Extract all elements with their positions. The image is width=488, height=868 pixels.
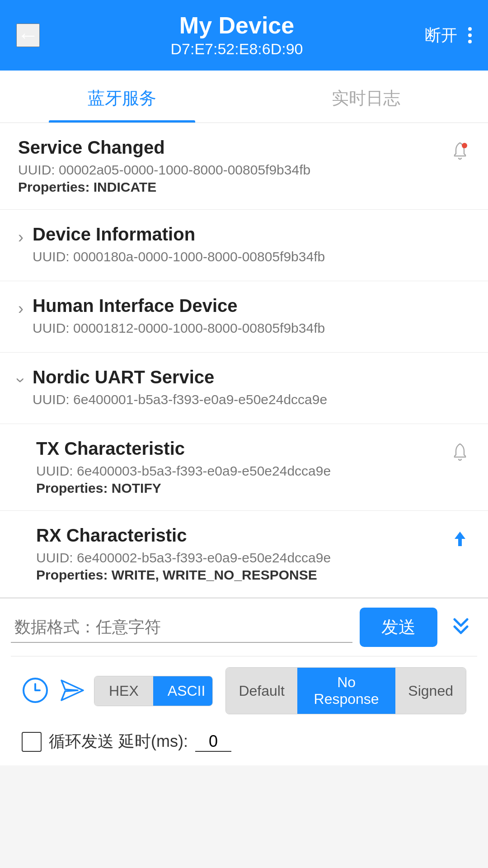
service-name: Human Interface Device — [33, 296, 470, 316]
service-content: RX Characteristic UUID: 6e400002-b5a3-f3… — [36, 525, 450, 583]
characteristic-name: TX Characteristic — [36, 439, 450, 459]
service-content: Device Information UUID: 0000180a-0000-1… — [33, 224, 470, 266]
expand-icon-nordic: › — [18, 371, 23, 390]
characteristic-properties: Properties: WRITE, WRITE_NO_RESPONSE — [36, 567, 450, 583]
characteristic-name: RX Characteristic — [36, 525, 450, 546]
service-content: Nordic UART Service UUID: 6e400001-b5a3-… — [33, 367, 470, 409]
response-toggle-group: Default No Response Signed — [225, 667, 466, 714]
device-mac-address: D7:E7:52:E8:6D:90 — [171, 40, 303, 58]
svg-marker-1 — [455, 532, 465, 546]
bottom-toolbar: HEX ASCII Default No Response Signed — [11, 656, 477, 722]
app-header: ← My Device D7:E7:52:E8:6D:90 断开 — [0, 0, 488, 71]
send-button[interactable]: 发送 — [360, 608, 437, 647]
tab-realtime-log[interactable]: 实时日志 — [244, 71, 488, 123]
characteristic-item-rx: RX Characteristic UUID: 6e400002-b5a3-f3… — [0, 511, 488, 598]
more-menu-button[interactable] — [468, 27, 472, 43]
response-signed-button[interactable]: Signed — [395, 668, 466, 714]
loop-delay-input[interactable] — [195, 732, 231, 752]
service-uuid: UUID: 00002a05-0000-1000-8000-00805f9b34… — [18, 162, 450, 178]
tab-bar: 蓝牙服务 实时日志 — [0, 71, 488, 123]
service-item-service-changed: Service Changed UUID: 00002a05-0000-1000… — [0, 123, 488, 210]
more-dot-3 — [468, 40, 472, 43]
expand-icon-device-info: › — [18, 228, 23, 247]
services-list: Service Changed UUID: 00002a05-0000-1000… — [0, 123, 488, 598]
characteristic-uuid: UUID: 6e400003-b5a3-f393-e0a9-e50e24dcca… — [36, 463, 450, 479]
upload-icon-rx[interactable] — [450, 529, 470, 551]
more-dot-2 — [468, 33, 472, 37]
service-content: Service Changed UUID: 00002a05-0000-1000… — [18, 137, 450, 195]
format-hex-button[interactable]: HEX — [94, 676, 153, 706]
format-ascii-button[interactable]: ASCII — [153, 676, 213, 706]
data-input[interactable] — [11, 612, 352, 643]
service-content: Human Interface Device UUID: 00001812-00… — [33, 296, 470, 338]
service-name: Service Changed — [18, 137, 450, 158]
service-name: Nordic UART Service — [33, 367, 470, 387]
loop-label: 循环发送 延时(ms): — [49, 731, 188, 753]
tab-bluetooth-services[interactable]: 蓝牙服务 — [0, 71, 244, 123]
more-dot-1 — [468, 27, 472, 31]
history-button[interactable] — [22, 677, 49, 705]
bell-icon-service-changed[interactable] — [450, 141, 470, 163]
expand-more-button[interactable] — [445, 610, 477, 644]
service-uuid: UUID: 6e400001-b5a3-f393-e0a9-e50e24dcca… — [33, 392, 470, 407]
back-button[interactable]: ← — [16, 24, 40, 47]
service-item-nordic-uart[interactable]: › Nordic UART Service UUID: 6e400001-b5a… — [0, 353, 488, 424]
header-title-block: My Device D7:E7:52:E8:6D:90 — [49, 13, 425, 58]
disconnect-button[interactable]: 断开 — [425, 24, 457, 47]
bell-icon-tx[interactable] — [450, 442, 470, 464]
format-toggle-group: HEX ASCII — [94, 676, 213, 706]
service-content: TX Characteristic UUID: 6e400003-b5a3-f3… — [36, 439, 450, 496]
svg-point-0 — [462, 143, 467, 148]
service-properties: Properties: INDICATE — [18, 179, 450, 195]
bottom-input-area: 发送 HEX ASCII Default — [0, 598, 488, 765]
expand-icon-hid: › — [18, 299, 23, 318]
loop-checkbox[interactable] — [22, 732, 42, 752]
characteristic-item-tx: TX Characteristic UUID: 6e400003-b5a3-f3… — [0, 424, 488, 511]
header-actions: 断开 — [425, 24, 472, 47]
characteristic-uuid: UUID: 6e400002-b5a3-f393-e0a9-e50e24dcca… — [36, 550, 450, 566]
input-row: 发送 — [11, 608, 477, 656]
response-no-response-button[interactable]: No Response — [297, 668, 396, 714]
characteristic-properties: Properties: NOTIFY — [36, 481, 450, 496]
service-item-human-interface-device[interactable]: › Human Interface Device UUID: 00001812-… — [0, 281, 488, 353]
send-icon-button[interactable] — [58, 677, 85, 705]
service-name: Device Information — [33, 224, 470, 245]
svg-marker-3 — [61, 680, 83, 700]
service-uuid: UUID: 00001812-0000-1000-8000-00805f9b34… — [33, 321, 470, 336]
service-uuid: UUID: 0000180a-0000-1000-8000-00805f9b34… — [33, 249, 470, 264]
service-item-device-information[interactable]: › Device Information UUID: 0000180a-0000… — [0, 210, 488, 281]
device-title: My Device — [179, 13, 294, 38]
loop-row: 循环发送 延时(ms): — [11, 722, 477, 765]
response-default-button[interactable]: Default — [226, 668, 297, 714]
